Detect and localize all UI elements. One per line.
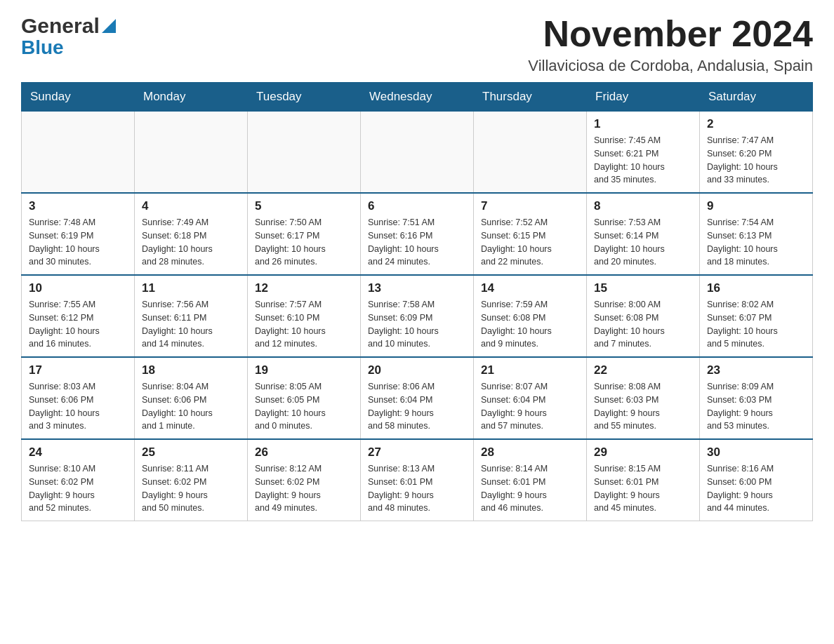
calendar-day: 28Sunrise: 8:14 AM Sunset: 6:01 PM Dayli… — [474, 439, 587, 521]
calendar-day: 17Sunrise: 8:03 AM Sunset: 6:06 PM Dayli… — [22, 357, 135, 439]
calendar-day — [361, 112, 474, 194]
calendar-day: 5Sunrise: 7:50 AM Sunset: 6:17 PM Daylig… — [248, 193, 361, 275]
day-info: Sunrise: 7:47 AM Sunset: 6:20 PM Dayligh… — [707, 134, 805, 187]
calendar-day: 12Sunrise: 7:57 AM Sunset: 6:10 PM Dayli… — [248, 275, 361, 357]
weekday-header-tuesday: Tuesday — [248, 83, 361, 112]
weekday-header-monday: Monday — [135, 83, 248, 112]
day-number: 24 — [29, 445, 127, 459]
calendar-day — [474, 112, 587, 194]
day-info: Sunrise: 7:51 AM Sunset: 6:16 PM Dayligh… — [368, 216, 466, 269]
calendar-table: SundayMondayTuesdayWednesdayThursdayFrid… — [21, 82, 813, 521]
day-info: Sunrise: 7:48 AM Sunset: 6:19 PM Dayligh… — [29, 216, 127, 269]
day-info: Sunrise: 8:13 AM Sunset: 6:01 PM Dayligh… — [368, 462, 466, 515]
calendar-day: 3Sunrise: 7:48 AM Sunset: 6:19 PM Daylig… — [22, 193, 135, 275]
calendar-day: 24Sunrise: 8:10 AM Sunset: 6:02 PM Dayli… — [22, 439, 135, 521]
day-info: Sunrise: 7:54 AM Sunset: 6:13 PM Dayligh… — [707, 216, 805, 269]
calendar-day: 18Sunrise: 8:04 AM Sunset: 6:06 PM Dayli… — [135, 357, 248, 439]
logo-triangle-icon — [102, 18, 116, 33]
day-info: Sunrise: 8:03 AM Sunset: 6:06 PM Dayligh… — [29, 380, 127, 433]
title-area: November 2024 Villaviciosa de Cordoba, A… — [528, 14, 813, 75]
calendar-week-row: 10Sunrise: 7:55 AM Sunset: 6:12 PM Dayli… — [22, 275, 813, 357]
calendar-day: 29Sunrise: 8:15 AM Sunset: 6:01 PM Dayli… — [587, 439, 700, 521]
day-number: 13 — [368, 281, 466, 295]
calendar-week-row: 24Sunrise: 8:10 AM Sunset: 6:02 PM Dayli… — [22, 439, 813, 521]
calendar-week-row: 3Sunrise: 7:48 AM Sunset: 6:19 PM Daylig… — [22, 193, 813, 275]
day-info: Sunrise: 8:06 AM Sunset: 6:04 PM Dayligh… — [368, 380, 466, 433]
day-info: Sunrise: 7:58 AM Sunset: 6:09 PM Dayligh… — [368, 298, 466, 351]
day-info: Sunrise: 7:56 AM Sunset: 6:11 PM Dayligh… — [142, 298, 240, 351]
calendar-day: 7Sunrise: 7:52 AM Sunset: 6:15 PM Daylig… — [474, 193, 587, 275]
day-number: 4 — [142, 199, 240, 213]
calendar-day — [248, 112, 361, 194]
day-number: 6 — [368, 199, 466, 213]
day-number: 2 — [707, 117, 805, 131]
calendar-day: 30Sunrise: 8:16 AM Sunset: 6:00 PM Dayli… — [700, 439, 813, 521]
calendar-day: 10Sunrise: 7:55 AM Sunset: 6:12 PM Dayli… — [22, 275, 135, 357]
logo: General Blue — [21, 14, 116, 58]
calendar-day: 22Sunrise: 8:08 AM Sunset: 6:03 PM Dayli… — [587, 357, 700, 439]
calendar-day — [22, 112, 135, 194]
weekday-header-row: SundayMondayTuesdayWednesdayThursdayFrid… — [22, 83, 813, 112]
logo-general-text: General — [21, 14, 100, 38]
day-info: Sunrise: 8:07 AM Sunset: 6:04 PM Dayligh… — [481, 380, 579, 433]
month-title: November 2024 — [528, 14, 813, 54]
calendar-day: 6Sunrise: 7:51 AM Sunset: 6:16 PM Daylig… — [361, 193, 474, 275]
day-info: Sunrise: 7:52 AM Sunset: 6:15 PM Dayligh… — [481, 216, 579, 269]
day-number: 19 — [255, 363, 353, 377]
calendar-day: 13Sunrise: 7:58 AM Sunset: 6:09 PM Dayli… — [361, 275, 474, 357]
day-number: 30 — [707, 445, 805, 459]
day-number: 7 — [481, 199, 579, 213]
day-info: Sunrise: 7:53 AM Sunset: 6:14 PM Dayligh… — [594, 216, 692, 269]
weekday-header-saturday: Saturday — [700, 83, 813, 112]
day-number: 26 — [255, 445, 353, 459]
day-info: Sunrise: 8:00 AM Sunset: 6:08 PM Dayligh… — [594, 298, 692, 351]
day-info: Sunrise: 7:59 AM Sunset: 6:08 PM Dayligh… — [481, 298, 579, 351]
day-info: Sunrise: 7:55 AM Sunset: 6:12 PM Dayligh… — [29, 298, 127, 351]
calendar-day: 4Sunrise: 7:49 AM Sunset: 6:18 PM Daylig… — [135, 193, 248, 275]
day-number: 20 — [368, 363, 466, 377]
svg-marker-0 — [102, 19, 116, 33]
day-number: 16 — [707, 281, 805, 295]
day-number: 14 — [481, 281, 579, 295]
calendar-day: 19Sunrise: 8:05 AM Sunset: 6:05 PM Dayli… — [248, 357, 361, 439]
day-info: Sunrise: 8:15 AM Sunset: 6:01 PM Dayligh… — [594, 462, 692, 515]
day-number: 10 — [29, 281, 127, 295]
day-number: 9 — [707, 199, 805, 213]
day-number: 28 — [481, 445, 579, 459]
logo-blue-text: Blue — [21, 38, 116, 58]
day-number: 8 — [594, 199, 692, 213]
location-title: Villaviciosa de Cordoba, Andalusia, Spai… — [528, 57, 813, 75]
calendar-day: 14Sunrise: 7:59 AM Sunset: 6:08 PM Dayli… — [474, 275, 587, 357]
day-info: Sunrise: 8:04 AM Sunset: 6:06 PM Dayligh… — [142, 380, 240, 433]
calendar-day: 16Sunrise: 8:02 AM Sunset: 6:07 PM Dayli… — [700, 275, 813, 357]
day-number: 21 — [481, 363, 579, 377]
day-number: 12 — [255, 281, 353, 295]
day-info: Sunrise: 8:09 AM Sunset: 6:03 PM Dayligh… — [707, 380, 805, 433]
day-number: 15 — [594, 281, 692, 295]
weekday-header-thursday: Thursday — [474, 83, 587, 112]
day-info: Sunrise: 7:49 AM Sunset: 6:18 PM Dayligh… — [142, 216, 240, 269]
day-number: 17 — [29, 363, 127, 377]
day-number: 5 — [255, 199, 353, 213]
day-info: Sunrise: 8:02 AM Sunset: 6:07 PM Dayligh… — [707, 298, 805, 351]
day-number: 11 — [142, 281, 240, 295]
day-info: Sunrise: 7:50 AM Sunset: 6:17 PM Dayligh… — [255, 216, 353, 269]
calendar-week-row: 17Sunrise: 8:03 AM Sunset: 6:06 PM Dayli… — [22, 357, 813, 439]
calendar-day: 15Sunrise: 8:00 AM Sunset: 6:08 PM Dayli… — [587, 275, 700, 357]
day-number: 3 — [29, 199, 127, 213]
day-info: Sunrise: 7:45 AM Sunset: 6:21 PM Dayligh… — [594, 134, 692, 187]
day-number: 22 — [594, 363, 692, 377]
weekday-header-wednesday: Wednesday — [361, 83, 474, 112]
day-info: Sunrise: 8:16 AM Sunset: 6:00 PM Dayligh… — [707, 462, 805, 515]
calendar-day: 8Sunrise: 7:53 AM Sunset: 6:14 PM Daylig… — [587, 193, 700, 275]
calendar-day: 25Sunrise: 8:11 AM Sunset: 6:02 PM Dayli… — [135, 439, 248, 521]
day-info: Sunrise: 8:10 AM Sunset: 6:02 PM Dayligh… — [29, 462, 127, 515]
calendar-day: 11Sunrise: 7:56 AM Sunset: 6:11 PM Dayli… — [135, 275, 248, 357]
day-number: 25 — [142, 445, 240, 459]
calendar-day: 27Sunrise: 8:13 AM Sunset: 6:01 PM Dayli… — [361, 439, 474, 521]
day-info: Sunrise: 7:57 AM Sunset: 6:10 PM Dayligh… — [255, 298, 353, 351]
header: General Blue November 2024 Villaviciosa … — [21, 14, 813, 75]
day-number: 1 — [594, 117, 692, 131]
day-number: 18 — [142, 363, 240, 377]
calendar-day — [135, 112, 248, 194]
